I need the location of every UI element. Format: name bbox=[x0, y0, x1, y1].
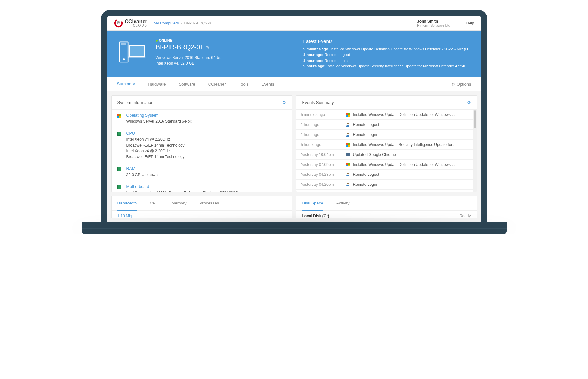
user-menu[interactable]: John Smith Piriform Software Ltd bbox=[417, 19, 450, 27]
system-info-title: System Information bbox=[117, 100, 154, 105]
svg-point-3 bbox=[123, 58, 125, 60]
event-row[interactable]: 1 hour agoRemote Logout bbox=[296, 120, 473, 130]
help-link[interactable]: Help bbox=[466, 21, 474, 25]
tab-summary[interactable]: Summary bbox=[117, 77, 135, 91]
event-time: 5 minutes ago bbox=[301, 112, 346, 117]
user-icon bbox=[346, 123, 350, 127]
status-dot-icon bbox=[156, 40, 158, 42]
sysinfo-value: Broadwell-E/EP 14nm Technology bbox=[126, 154, 185, 160]
user-icon bbox=[346, 173, 350, 176]
tab-software[interactable]: Software bbox=[179, 77, 195, 91]
event-row[interactable]: 5 hours agoInstalled Windows Update Secu… bbox=[296, 140, 473, 150]
chip-icon bbox=[117, 185, 122, 190]
tab-hardware[interactable]: Hardware bbox=[148, 77, 166, 91]
event-time: Yesterday 07:09pm bbox=[301, 162, 346, 167]
refresh-icon[interactable]: ⟳ bbox=[283, 100, 286, 105]
event-row[interactable]: 5 minutes agoInstalled Windows Update De… bbox=[296, 110, 473, 120]
disk-tab-disk-space[interactable]: Disk Space bbox=[302, 196, 323, 211]
windows-icon bbox=[346, 163, 350, 166]
event-time: Yesterday 04:28pm bbox=[301, 172, 346, 177]
event-desc: Installed Windows Update Security Intell… bbox=[353, 142, 457, 147]
options-button[interactable]: ⚙ Options bbox=[451, 82, 471, 87]
chip-icon bbox=[117, 167, 122, 172]
content-area: System Information ⟳ Operating SystemWin… bbox=[107, 91, 481, 222]
user-icon bbox=[346, 183, 350, 186]
breadcrumb-root[interactable]: My Computers bbox=[154, 21, 179, 25]
event-time: 5 hours ago bbox=[301, 142, 346, 147]
tab-tools[interactable]: Tools bbox=[239, 77, 248, 91]
logo-sub: CLOUD bbox=[125, 24, 147, 27]
events-summary-title: Events Summary bbox=[302, 100, 334, 105]
system-info-panel: System Information ⟳ Operating SystemWin… bbox=[111, 95, 292, 192]
bandwidth-value: 1.19 Mbps bbox=[112, 211, 292, 218]
sysinfo-label[interactable]: CPU bbox=[126, 131, 185, 136]
sysinfo-value: 32.0 GB Unknown bbox=[126, 172, 158, 178]
cpu-spec: Intel Xeon v4, 32.0 GB bbox=[156, 61, 294, 66]
logo[interactable]: CCleaner CLOUD bbox=[114, 19, 147, 28]
sysinfo-item: MotherboardIntel Corporation 440BX Deskt… bbox=[112, 181, 292, 192]
event-desc: Remote Logout bbox=[353, 172, 379, 177]
event-time: 1 hour ago bbox=[301, 132, 346, 137]
event-time: Yesterday 04:20pm bbox=[301, 182, 346, 187]
latest-event-item: 1 hour ago: Remote Login bbox=[303, 58, 471, 64]
chevron-down-icon[interactable]: ⌄ bbox=[457, 21, 460, 25]
perf-tab-processes[interactable]: Processes bbox=[200, 196, 219, 210]
latest-event-item: 5 hours ago: Installed Windows Update Se… bbox=[303, 63, 471, 69]
sysinfo-value: Intel Xeon v4 @ 2.20GHz bbox=[126, 137, 185, 142]
performance-panel: BandwidthCPUMemoryProcesses 1.19 Mbps bbox=[111, 196, 292, 218]
status-badge: ONLINE bbox=[156, 38, 294, 42]
latest-events-title: Latest Events bbox=[303, 38, 471, 44]
event-row[interactable]: Yesterday 04:28pmRemote Logout bbox=[296, 170, 473, 180]
latest-event-item: 5 minutes ago: Installed Windows Update … bbox=[303, 46, 471, 52]
sysinfo-value: Windows Server 2016 Standard 64-bit bbox=[126, 118, 192, 124]
topbar: CCleaner CLOUD My Computers / BI-PIR-BRQ… bbox=[107, 16, 481, 31]
computer-name: BI-PIR-BRQ2-01 bbox=[156, 43, 204, 51]
logo-name: CCleaner bbox=[125, 19, 147, 24]
breadcrumb-current: BI-PIR-BRQ2-01 bbox=[184, 21, 213, 25]
tab-ccleaner[interactable]: CCleaner bbox=[208, 77, 226, 91]
event-row[interactable]: Yesterday 10:04pmUpdated Google Chrome bbox=[296, 150, 473, 160]
perf-tab-memory[interactable]: Memory bbox=[172, 196, 187, 210]
ccleaner-logo-icon bbox=[114, 19, 123, 28]
event-time: Yesterday 10:04pm bbox=[301, 152, 346, 157]
edit-icon[interactable]: ✎ bbox=[206, 45, 210, 50]
windows-icon bbox=[346, 143, 350, 147]
tab-events[interactable]: Events bbox=[261, 77, 274, 91]
computer-hero: ONLINE BI-PIR-BRQ2-01 ✎ Windows Server 2… bbox=[107, 31, 481, 77]
event-row[interactable]: Yesterday 04:20pmRemote Login bbox=[296, 180, 473, 190]
refresh-icon[interactable]: ⟳ bbox=[467, 100, 471, 105]
computer-icon bbox=[117, 38, 146, 67]
perf-tab-bandwidth[interactable]: Bandwidth bbox=[117, 196, 137, 211]
sysinfo-value: Intel Xeon v4 @ 2.20GHz bbox=[126, 148, 185, 154]
sysinfo-label[interactable]: Operating System bbox=[126, 113, 192, 118]
sysinfo-item: Operating SystemWindows Server 2016 Stan… bbox=[112, 110, 292, 128]
event-row[interactable]: Yesterday 07:09pmInstalled Windows Updat… bbox=[296, 160, 473, 170]
user-org: Piriform Software Ltd bbox=[417, 24, 450, 27]
event-row[interactable]: 1 hour agoRemote Login bbox=[296, 130, 473, 140]
disk-status: Ready bbox=[460, 214, 471, 218]
main-tabbar: SummaryHardwareSoftwareCCleanerToolsEven… bbox=[107, 77, 481, 91]
event-row[interactable]: Yesterday 03:28pmRemote Logout bbox=[296, 190, 473, 192]
latest-event-item: 1 hour ago: Remote Logout bbox=[303, 52, 471, 58]
os-spec: Windows Server 2016 Standard 64-bit bbox=[156, 55, 294, 61]
event-desc: Installed Windows Update Definition Upda… bbox=[353, 162, 455, 167]
events-summary-panel: Events Summary ⟳ 5 minutes agoInstalled … bbox=[296, 95, 477, 192]
disk-tab-activity[interactable]: Activity bbox=[336, 196, 349, 210]
sysinfo-value: Intel Corporation 440BX Desktop Referenc… bbox=[126, 190, 239, 192]
briefcase-icon bbox=[346, 153, 350, 156]
sysinfo-item: RAM32.0 GB Unknown bbox=[112, 163, 292, 181]
windows-icon bbox=[117, 114, 122, 118]
sysinfo-label[interactable]: Motherboard bbox=[126, 185, 239, 189]
event-desc: Installed Windows Update Definition Upda… bbox=[353, 112, 455, 117]
sysinfo-label[interactable]: RAM bbox=[126, 166, 158, 171]
svg-rect-2 bbox=[121, 43, 126, 45]
event-desc: Remote Login bbox=[353, 182, 377, 187]
user-name: John Smith bbox=[417, 19, 450, 24]
disk-panel: Disk SpaceActivity Local Disk (C:) SSD (… bbox=[296, 196, 477, 218]
latest-events: Latest Events 5 minutes ago: Installed W… bbox=[303, 38, 471, 69]
scrollbar[interactable] bbox=[473, 110, 477, 192]
event-time: 1 hour ago bbox=[301, 122, 346, 127]
breadcrumb: My Computers / BI-PIR-BRQ2-01 bbox=[154, 21, 213, 25]
svg-rect-4 bbox=[129, 46, 144, 57]
perf-tab-cpu[interactable]: CPU bbox=[150, 196, 158, 210]
